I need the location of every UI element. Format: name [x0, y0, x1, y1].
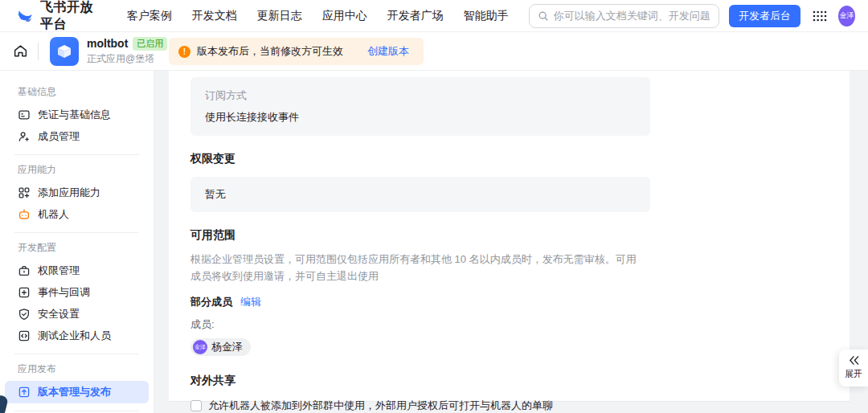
user-avatar[interactable]: 金泽 — [838, 6, 855, 27]
sidebar-item-version-management[interactable]: 版本管理与发布 — [5, 381, 149, 403]
briefcase-icon — [18, 264, 31, 277]
sidebar-item-label: 添加应用能力 — [38, 186, 100, 200]
logo-text: 飞书开放平台 — [40, 0, 100, 33]
sidebar-section-app-capabilities: 应用能力 — [0, 163, 154, 177]
id-card-icon — [18, 108, 31, 121]
sidebar-item-label: 事件与回调 — [38, 285, 90, 300]
sidebar-item-label: 安全设置 — [38, 307, 80, 321]
menu-item-dev-docs[interactable]: 开发文档 — [192, 9, 237, 23]
square-plus-icon — [18, 286, 31, 299]
member-chip: 金泽 杨金泽 — [190, 338, 251, 356]
subscription-label: 订阅方式 — [205, 88, 636, 103]
top-navbar: 飞书开放平台 客户案例 开发文档 更新日志 应用中心 开发者广场 智能助手 开发… — [0, 0, 868, 32]
grid-plus-icon — [18, 186, 31, 199]
app-name: moltbot — [87, 37, 128, 50]
sidebar-item-test-org-users[interactable]: 测试企业和人员 — [0, 325, 154, 346]
member-name: 杨金泽 — [211, 340, 243, 354]
app-header: moltbot 已启用 正式应用@堡塔 ! 版本发布后，当前修改方可生效 创建版… — [0, 32, 868, 71]
double-chevron-left-icon — [839, 355, 868, 366]
sidebar-item-bot[interactable]: 机器人 — [0, 203, 154, 225]
sidebar-divider — [14, 232, 139, 233]
sidebar-divider — [14, 154, 139, 155]
external-share-checkbox[interactable] — [190, 400, 202, 411]
sidebar-divider — [14, 411, 139, 411]
sidebar-section-basic-info: 基础信息 — [0, 85, 154, 99]
shield-check-icon — [18, 308, 31, 321]
sidebar-item-label: 版本管理与发布 — [38, 385, 111, 399]
subscription-value: 使用长连接接收事件 — [205, 110, 636, 125]
menu-item-customer-cases[interactable]: 客户案例 — [127, 9, 172, 23]
permission-change-box: 暂无 — [190, 177, 650, 212]
app-subtitle: 正式应用@堡塔 — [87, 52, 167, 66]
menu-item-ai-assistant[interactable]: 智能助手 — [464, 9, 509, 23]
version-banner: ! 版本发布后，当前修改方可生效 创建版本 — [169, 38, 424, 65]
main-content: 订阅方式 使用长连接接收事件 权限变更 暂无 可用范围 根据企业管理员设置，可用… — [169, 71, 850, 413]
member-avatar: 金泽 — [193, 340, 207, 354]
expand-panel-button[interactable]: 展开 — [839, 350, 868, 386]
sidebar-item-label: 权限管理 — [38, 264, 80, 278]
availability-description: 根据企业管理员设置，可用范围仅包括应用所有者和其他 10 名以内成员时，发布无需… — [190, 251, 645, 284]
robot-icon — [18, 208, 31, 221]
status-badge: 已启用 — [133, 37, 167, 51]
availability-heading: 可用范围 — [190, 228, 850, 243]
sidebar-section-dev-config: 开发配置 — [0, 241, 154, 255]
sidebar-item-credentials[interactable]: 凭证与基础信息 — [0, 104, 154, 125]
feishu-bird-icon — [16, 7, 34, 25]
create-version-link[interactable]: 创建版本 — [367, 44, 409, 59]
global-search[interactable] — [529, 4, 719, 28]
menu-item-app-center[interactable]: 应用中心 — [322, 9, 367, 23]
members-label: 成员: — [190, 317, 850, 332]
feishu-logo[interactable]: 飞书开放平台 — [16, 0, 100, 33]
scope-label: 部分成员 — [190, 295, 232, 309]
upload-square-icon — [18, 386, 31, 399]
sidebar-item-security-settings[interactable]: 安全设置 — [0, 303, 154, 325]
menu-item-dev-plaza[interactable]: 开发者广场 — [387, 9, 444, 23]
person-icon — [18, 130, 31, 143]
developer-console-button[interactable]: 开发者后台 — [729, 5, 800, 27]
sidebar-item-label: 成员管理 — [38, 129, 80, 144]
permission-change-value: 暂无 — [205, 187, 636, 202]
home-icon[interactable] — [13, 43, 28, 59]
sidebar-item-member-management[interactable]: 成员管理 — [0, 125, 154, 147]
search-icon — [538, 10, 549, 22]
sidebar: 基础信息 凭证与基础信息 成员管理 应用能力 — [0, 71, 154, 413]
code-square-icon — [18, 329, 31, 342]
sidebar-item-label: 机器人 — [38, 207, 69, 222]
external-share-checkbox-label: 允许机器人被添加到外部群中使用，外部用户授权后可打开与机器人的单聊 — [208, 399, 553, 413]
menu-item-changelog[interactable]: 更新日志 — [257, 9, 302, 23]
subscription-box: 订阅方式 使用长连接接收事件 — [190, 77, 650, 136]
external-share-heading: 对外共享 — [190, 374, 850, 388]
sidebar-item-add-capability[interactable]: 添加应用能力 — [0, 182, 154, 203]
header-divider — [38, 43, 39, 60]
sidebar-item-permissions[interactable]: 权限管理 — [0, 260, 154, 281]
expand-label: 展开 — [839, 368, 868, 380]
app-meta: moltbot 已启用 正式应用@堡塔 — [87, 37, 167, 66]
app-cube-icon — [50, 37, 79, 66]
apps-grid-icon[interactable] — [813, 10, 827, 22]
sidebar-divider — [14, 354, 139, 354]
edit-scope-link[interactable]: 编辑 — [240, 295, 261, 309]
sidebar-section-app-release: 应用发布 — [0, 362, 154, 376]
sidebar-item-label: 凭证与基础信息 — [38, 108, 111, 122]
permission-change-heading: 权限变更 — [190, 152, 850, 166]
banner-text: 版本发布后，当前修改方可生效 — [197, 44, 343, 59]
warning-icon: ! — [178, 46, 190, 58]
sidebar-item-events-callbacks[interactable]: 事件与回调 — [0, 281, 154, 303]
search-input[interactable] — [554, 10, 710, 22]
top-menu: 客户案例 开发文档 更新日志 应用中心 开发者广场 智能助手 — [127, 9, 529, 23]
sidebar-item-label: 测试企业和人员 — [38, 329, 111, 343]
